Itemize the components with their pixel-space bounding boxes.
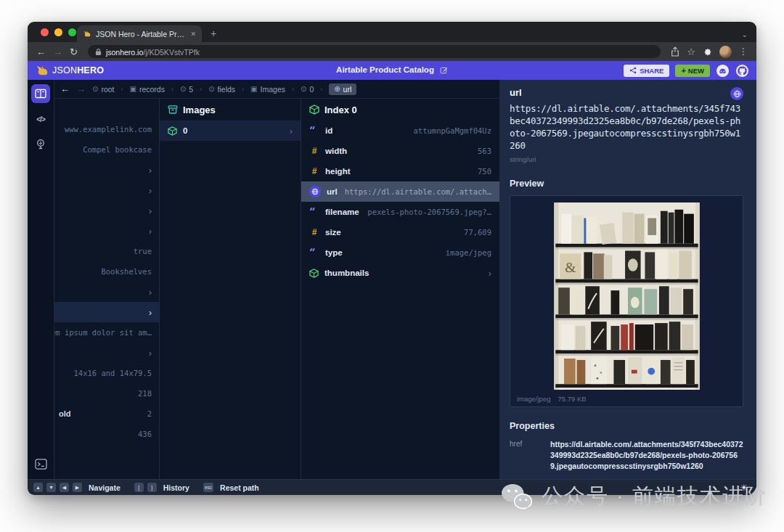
terminal-icon [35, 459, 47, 470]
url-host: jsonhero.io [106, 48, 143, 57]
globe-icon [334, 85, 340, 93]
number-icon [309, 166, 319, 176]
parent-column: www.examplelink.com Compel bookcase true… [54, 99, 160, 479]
detail-type-label: string/uri [510, 155, 743, 163]
arrow-up-key-icon [33, 483, 43, 492]
preview-heading: Preview [510, 179, 743, 189]
json-row[interactable]: 218 [54, 383, 159, 404]
chevron-right-icon [149, 186, 152, 195]
properties-heading: Properties [510, 421, 743, 431]
json-row[interactable]: true [54, 241, 159, 261]
array-icon [129, 85, 136, 93]
detail-url-value[interactable]: https://dl.airtable.com/.attachments/345… [510, 102, 743, 152]
json-view-button[interactable] [31, 110, 50, 128]
breadcrumb-item-root[interactable]: root [92, 85, 114, 94]
url-path: /j/KD5KVstvTPfk [143, 48, 200, 57]
address-bar[interactable]: jsonhero.io/j/KD5KVstvTPfk [88, 45, 661, 58]
browser-toolbar: jsonhero.io/j/KD5KVstvTPfk [28, 42, 756, 61]
jsonhero-logo[interactable]: JSONHERO [35, 64, 104, 77]
logo-text-json: JSON [52, 65, 77, 75]
minimize-window-button[interactable] [54, 28, 62, 36]
forward-button[interactable] [53, 47, 62, 57]
github-icon[interactable] [735, 64, 749, 78]
preview-file-size: 75.79 KB [558, 395, 586, 403]
extensions-puzzle-icon[interactable] [703, 47, 712, 57]
breadcrumb-separator [200, 86, 202, 93]
new-document-button[interactable]: NEW [675, 65, 710, 77]
preview-card: & [510, 195, 743, 407]
discord-icon[interactable] [716, 64, 730, 78]
json-row-url-selected[interactable]: urlhttps://dl.airtable.com/.attach… [301, 181, 499, 202]
new-tab-button[interactable] [211, 28, 216, 39]
string-icon [309, 128, 319, 134]
terminal-button[interactable] [31, 454, 50, 473]
object-icon [92, 85, 98, 93]
json-row[interactable] [54, 282, 159, 302]
share-page-icon[interactable] [671, 46, 679, 57]
bracket-left-key-icon [134, 483, 144, 492]
arrow-left-key-icon [60, 483, 69, 492]
json-row-type[interactable]: typeimage/jpeg [301, 242, 499, 263]
property-value[interactable]: https://dl.airtable.com/.attachments/345… [550, 439, 743, 472]
json-row[interactable] [54, 221, 159, 241]
json-row-filename[interactable]: filenamepexels-photo-2067569.jpeg?… [301, 202, 499, 222]
bracket-right-key-icon [147, 483, 157, 492]
breadcrumb-item-url[interactable]: url [329, 83, 356, 95]
close-window-button[interactable] [41, 28, 49, 36]
navigate-label: Navigate [89, 483, 121, 492]
breadcrumb-item-fields[interactable]: fields [208, 85, 235, 94]
detail-panel: url https://dl.airtable.com/.attachments… [499, 80, 756, 479]
chevron-right-icon [290, 126, 293, 136]
breadcrumb-item-images[interactable]: Images [250, 85, 285, 94]
maximize-window-button[interactable] [68, 28, 76, 36]
back-button[interactable] [36, 47, 46, 57]
json-row[interactable] [54, 160, 159, 180]
object-icon [180, 85, 186, 93]
chevron-right-icon [149, 287, 152, 297]
breadcrumb-item-5[interactable]: 5 [180, 85, 193, 94]
share-nodes-icon [629, 67, 637, 74]
json-row[interactable]: 436 [54, 424, 159, 444]
json-row-index-0[interactable]: 0 [160, 120, 301, 141]
array-icon [168, 105, 178, 115]
json-columns: www.examplelink.com Compel bookcase true… [54, 99, 499, 479]
tree-view-button[interactable] [31, 135, 50, 154]
profile-avatar[interactable] [719, 46, 732, 58]
json-row-height[interactable]: height750 [301, 161, 499, 181]
tab-search-chevron-icon[interactable] [742, 30, 748, 38]
browser-tab-bar: JSON Hero - Airtable Product [28, 22, 756, 42]
bookmark-star-icon[interactable] [687, 47, 695, 57]
json-row[interactable] [54, 200, 159, 221]
json-row[interactable] [54, 180, 159, 200]
esc-key-icon [203, 483, 213, 492]
path-forward-icon[interactable] [76, 83, 86, 94]
json-row[interactable]: 14x16 and 14x79.5 [54, 363, 159, 383]
json-row-width[interactable]: width563 [301, 141, 499, 161]
refresh-button[interactable] [70, 47, 78, 57]
close-tab-icon[interactable] [190, 30, 196, 38]
edit-title-icon[interactable] [440, 66, 448, 75]
browser-tab[interactable]: JSON Hero - Airtable Product [77, 25, 202, 42]
object-icon [301, 85, 306, 93]
column-view-button[interactable] [31, 84, 50, 103]
json-row-size[interactable]: size77,609 [301, 222, 499, 242]
json-row[interactable]: www.examplelink.com [54, 119, 159, 139]
column-header: Index 0 [301, 99, 499, 120]
breadcrumb-item-0[interactable]: 0 [301, 85, 314, 94]
json-row-id[interactable]: idattumnpGaMgmf04Uz [301, 120, 499, 141]
json-row[interactable]: old2 [54, 404, 159, 424]
breadcrumb-item-records[interactable]: records [129, 85, 164, 94]
share-button[interactable]: SHARE [624, 65, 669, 77]
tab-title: JSON Hero - Airtable Product [96, 30, 186, 38]
unicorn-logo-icon [35, 64, 49, 77]
json-row-thumbnails[interactable]: thumbnails [301, 263, 499, 283]
json-row-selected[interactable] [54, 302, 159, 322]
breadcrumb-separator [242, 86, 244, 93]
jsonhero-favicon-icon [83, 30, 91, 38]
path-back-icon[interactable] [60, 83, 70, 94]
json-row[interactable] [54, 343, 159, 363]
json-row[interactable]: Bookshelves [54, 261, 159, 282]
json-row[interactable]: Lorem ipsum dolor sit am… [54, 322, 159, 343]
browser-menu-icon[interactable] [739, 47, 748, 56]
json-row[interactable]: Compel bookcase [54, 139, 159, 160]
